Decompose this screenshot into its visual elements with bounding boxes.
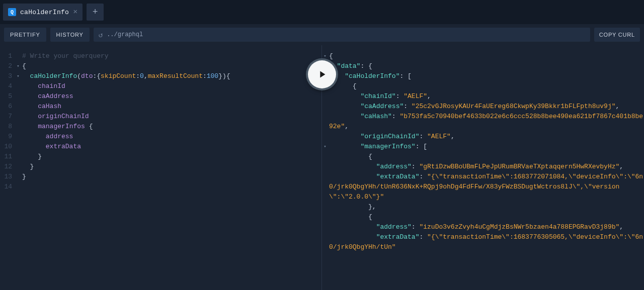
response-line: "extraData": "{\"transactionTime\":16837… — [322, 172, 644, 202]
close-icon[interactable]: × — [73, 8, 77, 17]
editor-line[interactable]: 11 } — [0, 152, 321, 162]
tab-caholderinfo[interactable]: Q caHolderInfo × — [3, 4, 83, 21]
tab-title: caHolderInfo — [20, 9, 69, 16]
editor-line[interactable]: 12 } — [0, 162, 321, 172]
response-line: "chainId": "AELF", — [322, 91, 644, 102]
editor-line[interactable]: 3▾ caHolderInfo(dto:{skipCount:0,maxResu… — [0, 71, 321, 81]
response-line: { — [322, 152, 644, 162]
editor-line[interactable]: 9 address — [0, 132, 321, 142]
main-panels: 1# Write your querquery2▾{3▾ caHolderInf… — [0, 45, 644, 290]
toolbar: PRETTIFY HISTORY ↺ ../graphql COPY CURL — [0, 24, 644, 45]
editor-line[interactable]: 4 chainId — [0, 81, 321, 91]
response-line: }, — [322, 202, 644, 212]
editor-line[interactable]: 6 caHash — [0, 102, 321, 112]
query-icon: Q — [8, 8, 16, 16]
editor-line[interactable]: 14 — [0, 182, 321, 192]
editor-line[interactable]: 10 extraData — [0, 142, 321, 152]
response-line: "address": "izuDo3v6zZvyh4uCgMdjzBsNWr5b… — [322, 222, 644, 232]
run-button[interactable] — [308, 60, 336, 88]
editor-line[interactable]: 5 caAddress — [0, 91, 321, 102]
response-line: "extraData": "{\"transactionTime\":16837… — [322, 232, 644, 252]
play-icon — [316, 69, 328, 80]
tab-bar: Q caHolderInfo × + — [0, 0, 644, 24]
endpoint-input[interactable]: ↺ ../graphql — [94, 28, 590, 42]
editor-line[interactable]: 13} — [0, 172, 321, 182]
response-panel: ▾{▾ "data": {▾ "caHolderInfo": [▾ { "cha… — [322, 45, 644, 290]
editor-line[interactable]: 7 originChainId — [0, 112, 321, 122]
history-button[interactable]: HISTORY — [50, 28, 90, 42]
response-line: ▾ "managerInfos": [ — [322, 142, 644, 152]
response-line: "caAddress": "25c2vGJRosyKAUr4FaUEreg68C… — [322, 102, 644, 112]
plus-icon: + — [93, 7, 98, 17]
query-editor-panel: 1# Write your querquery2▾{3▾ caHolderInf… — [0, 45, 322, 290]
response-line: ▾ "caHolderInfo": [ — [322, 71, 644, 81]
reload-icon[interactable]: ↺ — [99, 31, 103, 39]
response-line: ▾ { — [322, 81, 644, 91]
response-line: "caHash": "b753fa5c70940bef4633b022e6c6c… — [322, 112, 644, 132]
prettify-button[interactable]: PRETTIFY — [4, 28, 46, 42]
editor-line[interactable]: 8 managerInfos { — [0, 122, 321, 132]
response-line: ▾ "data": { — [322, 61, 644, 71]
query-editor[interactable]: 1# Write your querquery2▾{3▾ caHolderInf… — [0, 45, 321, 198]
editor-line[interactable]: 2▾{ — [0, 61, 321, 71]
response-viewer[interactable]: ▾{▾ "data": {▾ "caHolderInfo": [▾ { "cha… — [322, 45, 644, 258]
new-tab-button[interactable]: + — [87, 4, 104, 21]
copy-curl-button[interactable]: COPY CURL — [594, 28, 640, 42]
response-line: { — [322, 212, 644, 222]
endpoint-url: ../graphql — [107, 31, 143, 38]
response-line: "originChainId": "AELF", — [322, 132, 644, 142]
response-line: ▾{ — [322, 51, 644, 61]
editor-line[interactable]: 1# Write your querquery — [0, 51, 321, 61]
response-line: "address": "gRtiDzwBBoUBmFLPeJpURumBRVae… — [322, 162, 644, 172]
